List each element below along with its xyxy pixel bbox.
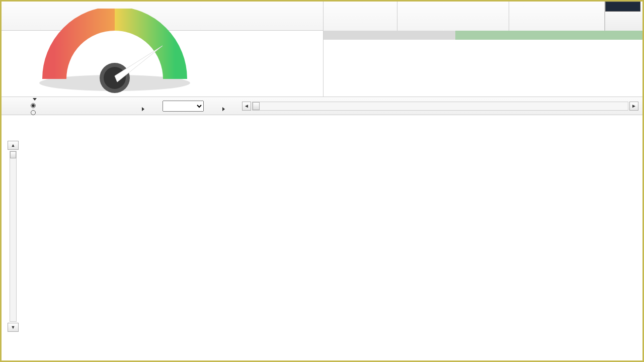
gauge-area [2, 31, 324, 97]
home-tab-wrap [605, 2, 642, 31]
heatmap-grid [2, 115, 642, 341]
issues-area [324, 31, 643, 97]
budget-allocated-card [397, 2, 509, 31]
issues-header [324, 31, 455, 40]
budget-spent-value [509, 3, 604, 6]
budget-spent-card [509, 2, 605, 31]
gauge-icon [32, 9, 198, 99]
period-select[interactable] [163, 101, 208, 112]
controls-row: ◄ ► [2, 97, 642, 115]
resource-value [324, 3, 397, 6]
budget-allocated-value [397, 3, 509, 6]
resource-card [324, 2, 398, 31]
scroll-gant-label [208, 101, 238, 112]
scroll-right-button[interactable]: ► [629, 102, 638, 111]
gant-view-label[interactable] [122, 101, 163, 112]
scroll-team-label [2, 105, 27, 107]
issue-status-header [455, 31, 643, 40]
projects-value [2, 3, 323, 6]
status-list [218, 31, 318, 97]
metrics-row [2, 31, 642, 97]
scroll-left-button[interactable]: ◄ [242, 102, 251, 111]
home-tab[interactable] [605, 2, 640, 12]
radio-resource[interactable] [27, 102, 92, 109]
gauge-box [2, 31, 218, 97]
horizontal-scrollbar[interactable]: ◄ ► [238, 102, 642, 111]
scroll-thumb[interactable] [253, 102, 260, 110]
